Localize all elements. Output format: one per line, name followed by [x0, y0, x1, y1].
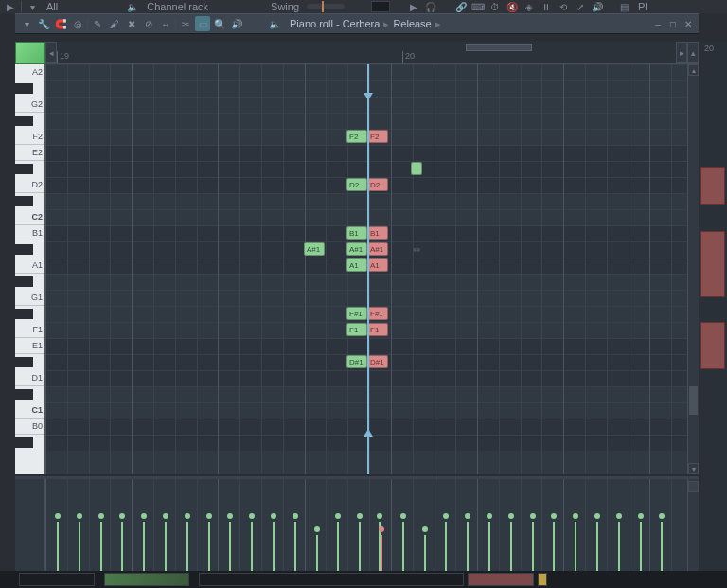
channel-rack-label[interactable]: Channel rack	[143, 0, 212, 13]
black-key[interactable]	[15, 357, 33, 367]
ruler-track[interactable]: 1920	[57, 42, 676, 63]
velocity-bar[interactable]	[596, 522, 598, 571]
velocity-bar[interactable]	[359, 522, 361, 571]
breadcrumb-item-2[interactable]: Release	[393, 18, 431, 29]
velocity-bar[interactable]	[510, 522, 512, 571]
midi-note[interactable]: F2	[367, 130, 388, 143]
swing-slider[interactable]	[307, 4, 345, 9]
velocity-menu-button[interactable]	[688, 481, 699, 492]
velocity-bar[interactable]	[208, 522, 210, 571]
midi-note[interactable]: F#1	[367, 307, 388, 320]
black-key[interactable]	[15, 83, 33, 94]
velocity-bar[interactable]	[57, 522, 59, 571]
speaker-icon[interactable]: 🔈	[126, 0, 139, 13]
hscroll-left-button[interactable]: ◂	[45, 42, 57, 63]
vscroll-down-icon[interactable]: ▾	[688, 463, 699, 474]
midi-note[interactable]: A#1	[367, 242, 388, 256]
white-key[interactable]: F1	[15, 322, 44, 338]
dropdown-icon[interactable]: ▾	[26, 0, 39, 13]
midi-note[interactable]: B1	[367, 226, 388, 240]
playlist-label[interactable]: Pl	[634, 0, 651, 13]
minimize-button[interactable]: –	[651, 17, 665, 30]
channel-filter[interactable]: All	[43, 0, 62, 13]
velocity-bar[interactable]	[121, 522, 123, 571]
white-key[interactable]: B1	[15, 225, 44, 241]
white-key[interactable]: E2	[15, 145, 44, 161]
play-icon[interactable]: ▶	[4, 0, 17, 13]
erase-icon[interactable]: ✖	[124, 16, 139, 31]
headphones-icon[interactable]: 🎧	[424, 0, 437, 13]
velocity-bar[interactable]	[100, 522, 102, 571]
white-key[interactable]: A1	[15, 258, 44, 274]
velocity-bar[interactable]	[165, 522, 167, 571]
velocity-bar[interactable]	[488, 522, 490, 571]
vertical-scrollbar[interactable]: ▴ ▾	[687, 64, 699, 474]
slice-icon[interactable]: ✂	[178, 16, 193, 31]
velocity-bar[interactable]	[273, 522, 275, 571]
velocity-bar[interactable]	[143, 522, 145, 571]
playback-icon[interactable]: 🔊	[229, 16, 244, 31]
midi-note[interactable]: D#1	[346, 355, 367, 368]
white-key[interactable]: D1	[15, 370, 44, 386]
velocity-bar[interactable]	[402, 522, 404, 571]
velocity-bar[interactable]	[532, 522, 534, 571]
paint-icon[interactable]: 🖌	[107, 16, 122, 31]
black-key[interactable]	[15, 389, 33, 400]
white-key[interactable]: G1	[15, 290, 44, 306]
black-key[interactable]	[15, 276, 33, 287]
speaker2-icon[interactable]: 🔈	[267, 16, 282, 31]
velocity-grid[interactable]	[45, 479, 687, 571]
piano-keyboard[interactable]: A2G2F2E2D2C2B1A1G1F1E1D1C1B0	[15, 64, 45, 474]
velocity-bar[interactable]	[294, 522, 296, 571]
transport-play-icon[interactable]: ▶	[407, 0, 420, 13]
velocity-bar[interactable]	[186, 522, 188, 571]
countdown-icon[interactable]: ⏱	[488, 0, 502, 13]
scroll-icon[interactable]: ⤢	[574, 0, 587, 13]
midi-note[interactable]: A#1	[346, 242, 367, 256]
midi-note[interactable]	[411, 162, 422, 175]
breadcrumb-item-1[interactable]: Piano roll - Cerbera	[290, 18, 380, 29]
mute-tool-icon[interactable]: ⊘	[141, 16, 156, 31]
velocity-bar[interactable]	[337, 522, 339, 571]
playlist-icon[interactable]: ▤	[617, 0, 630, 13]
midi-note[interactable]: F1	[346, 323, 367, 336]
slip-icon[interactable]: ↔	[158, 16, 173, 31]
velocity-bar[interactable]	[640, 522, 642, 571]
midi-note[interactable]: D#1	[367, 355, 388, 368]
maximize-button[interactable]: □	[666, 17, 680, 30]
volume-icon[interactable]: 🔊	[591, 0, 604, 13]
velocity-bar[interactable]	[316, 535, 318, 571]
midi-note[interactable]: A#1	[304, 242, 325, 256]
midi-note[interactable]: A1	[346, 258, 367, 272]
menu-icon[interactable]: ▾	[19, 16, 34, 31]
black-key[interactable]	[15, 244, 33, 255]
white-key[interactable]: C2	[15, 209, 44, 225]
velocity-bar[interactable]	[618, 522, 620, 571]
white-key[interactable]: B0	[15, 419, 44, 435]
close-button[interactable]: ✕	[682, 17, 695, 30]
corner-selector[interactable]	[15, 42, 45, 64]
velocity-bar[interactable]	[251, 522, 253, 571]
black-key[interactable]	[15, 116, 33, 126]
velocity-bar[interactable]	[424, 535, 426, 571]
playlist-clip[interactable]	[700, 231, 725, 297]
black-key[interactable]	[15, 437, 33, 448]
black-key[interactable]	[15, 164, 33, 174]
white-key[interactable]: G2	[15, 97, 44, 113]
zoom-icon[interactable]: 🔍	[212, 16, 227, 31]
black-key[interactable]	[15, 309, 33, 319]
velocity-bar[interactable]	[575, 522, 576, 571]
midi-note[interactable]: B1	[346, 226, 367, 240]
midi-note[interactable]: F2	[346, 130, 367, 143]
white-key[interactable]: D2	[15, 177, 44, 193]
velocity-bar[interactable]	[79, 522, 80, 571]
select-icon[interactable]: ▭	[195, 16, 210, 31]
vscroll-up-button[interactable]: ▴	[687, 42, 699, 63]
vscroll-thumb[interactable]	[689, 386, 698, 415]
white-key[interactable]: C1	[15, 402, 44, 419]
link-icon[interactable]: 🔗	[454, 0, 468, 13]
vscroll-up-icon[interactable]: ▴	[688, 64, 699, 76]
loop-icon[interactable]: ⟲	[557, 0, 570, 13]
velocity-bar[interactable]	[381, 535, 382, 571]
playlist-clip[interactable]	[700, 322, 725, 369]
